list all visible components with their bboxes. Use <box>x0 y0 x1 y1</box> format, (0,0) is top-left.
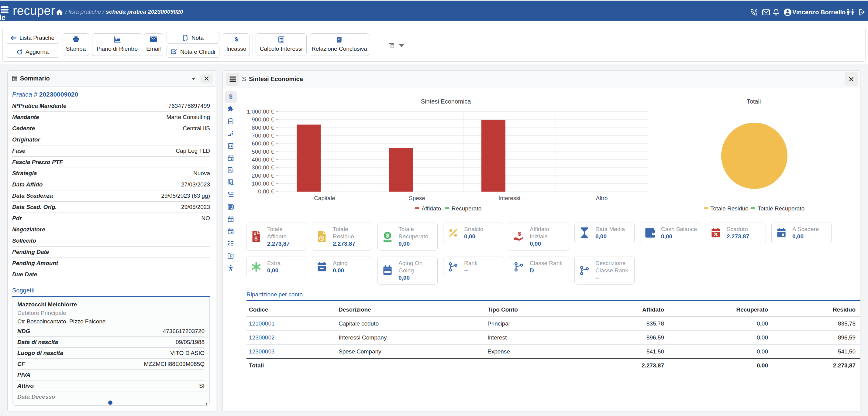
svg-text:Affidato: Affidato <box>422 205 441 212</box>
svg-text:800,00 €: 800,00 € <box>252 125 274 131</box>
svg-text:Totali: Totali <box>747 98 761 105</box>
svg-text:Sintesi Economica: Sintesi Economica <box>421 98 471 105</box>
svg-text:A: A <box>229 169 231 172</box>
svg-text:1.000,00 €: 1.000,00 € <box>247 108 274 115</box>
svg-text:$: $ <box>518 231 521 237</box>
svg-text:$: $ <box>386 233 389 239</box>
svg-text:200,00 €: 200,00 € <box>252 172 274 179</box>
svg-text:$: $ <box>235 36 238 42</box>
svg-text:900,00 €: 900,00 € <box>252 116 274 123</box>
svg-text:400,00 €: 400,00 € <box>252 157 274 163</box>
svg-text:$: $ <box>254 236 257 242</box>
svg-text:500,00 €: 500,00 € <box>252 148 274 155</box>
svg-text:100,00 €: 100,00 € <box>252 180 274 187</box>
svg-text:700,00 €: 700,00 € <box>252 132 274 139</box>
svg-text:Altro: Altro <box>596 195 608 201</box>
svg-text:Spese: Spese <box>409 195 425 201</box>
svg-text:300,00 €: 300,00 € <box>252 164 274 171</box>
svg-text:Interessi: Interessi <box>498 195 520 201</box>
svg-text:Totale Residuo: Totale Residuo <box>710 205 749 212</box>
svg-text:600,00 €: 600,00 € <box>252 140 274 147</box>
svg-text:Totale Recuperato: Totale Recuperato <box>758 205 804 212</box>
svg-text:$: $ <box>229 94 232 100</box>
svg-text:0,00 €: 0,00 € <box>258 188 274 195</box>
svg-text:Recuperato: Recuperato <box>452 205 482 212</box>
svg-text:Capitale: Capitale <box>314 195 335 201</box>
svg-text:M+: M+ <box>229 120 232 123</box>
svg-text:12: 12 <box>229 219 232 222</box>
